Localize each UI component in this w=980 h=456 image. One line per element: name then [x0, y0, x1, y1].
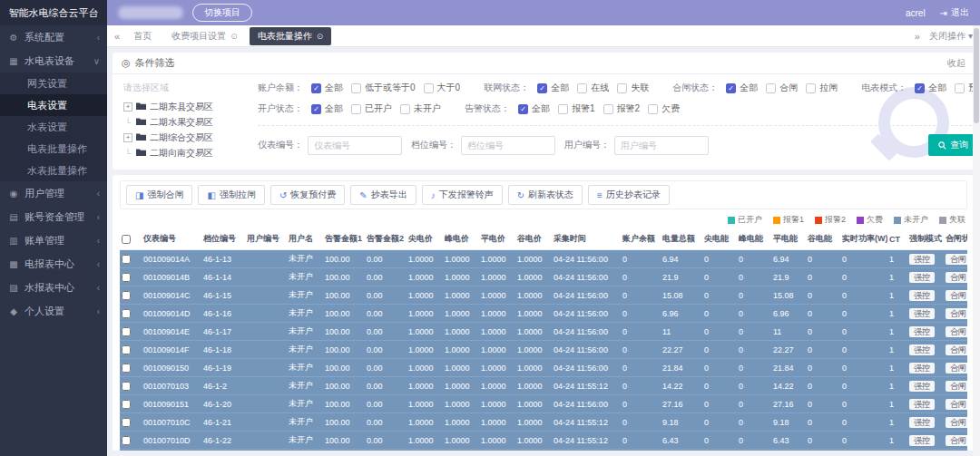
- window-scrollbar[interactable]: [973, 25, 980, 456]
- filter-option-报警2[interactable]: 报警2: [603, 102, 641, 115]
- tree-node-二期向南交易区[interactable]: └二期向南交易区: [123, 145, 240, 160]
- row-checkbox[interactable]: [122, 327, 131, 336]
- switch-project-button[interactable]: 切换项目: [192, 4, 252, 22]
- history-reading-button[interactable]: ≡历史抄表记录: [588, 185, 670, 205]
- scrollbar-thumb[interactable]: [974, 28, 979, 123]
- checkbox-icon[interactable]: ✓: [311, 83, 321, 93]
- filter-option-全部[interactable]: ✓全部: [726, 82, 758, 94]
- filter-option-已开户[interactable]: 已开户: [351, 102, 392, 115]
- table-row[interactable]: 001009014F46-1-18未开户100.000.001.00001.00…: [120, 341, 967, 359]
- table-row[interactable]: 001009014C46-1-15未开户100.000.001.00001.00…: [120, 286, 967, 305]
- sidebar-item-账单管理[interactable]: ▥账单管理‹: [0, 228, 107, 252]
- table-row[interactable]: 001007010346-1-2未开户100.000.001.00001.000…: [120, 377, 967, 395]
- username[interactable]: acrel: [906, 8, 926, 18]
- collapse-filter-button[interactable]: 收起: [947, 57, 965, 70]
- row-checkbox[interactable]: [122, 436, 131, 445]
- sidebar-item-账号资金管理[interactable]: ▤账号资金管理‹: [0, 205, 107, 228]
- refresh-meter-status-button[interactable]: ↻刷新表状态: [508, 185, 583, 205]
- checkbox-icon[interactable]: [955, 83, 965, 93]
- sidebar-subitem-水表批量操作[interactable]: 水表批量操作: [0, 160, 107, 181]
- select-all-checkbox[interactable]: [122, 235, 131, 244]
- close-operations-dropdown[interactable]: 关闭操作 ▾: [929, 30, 973, 43]
- tree-node-二期东县交易区[interactable]: +二期东县交易区: [123, 99, 240, 114]
- filter-option-全部[interactable]: ✓全部: [311, 82, 343, 94]
- checkbox-icon[interactable]: [617, 83, 627, 93]
- tab-电表批量操作[interactable]: 电表批量操作⊙: [250, 27, 332, 45]
- sidebar-item-系统配置[interactable]: ⚙系统配置‹: [0, 25, 107, 49]
- row-checkbox[interactable]: [122, 309, 131, 318]
- table-row[interactable]: 001009015146-1-20未开户100.000.001.00001.00…: [120, 395, 967, 413]
- filter-option-报警1[interactable]: 报警1: [558, 102, 595, 115]
- table-row[interactable]: 001009014B46-1-14未开户100.000.001.00001.00…: [120, 268, 967, 286]
- filter-option-大于0[interactable]: 大于0: [424, 82, 461, 94]
- row-checkbox[interactable]: [122, 255, 131, 264]
- table-row[interactable]: 001009014D46-1-16未开户100.000.001.00001.00…: [120, 305, 967, 323]
- sidebar-item-用户管理[interactable]: ◉用户管理‹: [0, 181, 107, 205]
- sidebar-subitem-水表设置[interactable]: 水表设置: [0, 116, 107, 138]
- filter-option-全部[interactable]: ✓全部: [915, 82, 946, 94]
- checkbox-icon[interactable]: [400, 104, 410, 114]
- row-checkbox[interactable]: [122, 400, 131, 409]
- checkbox-icon[interactable]: [351, 83, 361, 93]
- row-checkbox[interactable]: [122, 345, 131, 354]
- row-checkbox[interactable]: [122, 291, 131, 300]
- sidebar-subitem-电表批量操作[interactable]: 电表批量操作: [0, 138, 107, 160]
- table-row[interactable]: 001009014A46-1-13未开户100.000.001.00001.00…: [120, 250, 967, 268]
- checkbox-icon[interactable]: [766, 83, 776, 93]
- tab-收费项目设置[interactable]: 收费项目设置⊙: [163, 27, 246, 45]
- tabs-scroll-right-icon[interactable]: »: [915, 31, 920, 42]
- table-row[interactable]: 001007010D46-1-22未开户100.000.001.00001.00…: [120, 432, 967, 450]
- sidebar-subitem-网关设置[interactable]: 网关设置: [0, 73, 107, 94]
- filter-option-在线[interactable]: 在线: [577, 82, 609, 94]
- tabs-scroll-left-icon[interactable]: «: [114, 31, 120, 42]
- filter-option-全部[interactable]: ✓全部: [537, 82, 569, 94]
- tab-close-icon[interactable]: ⊙: [230, 32, 238, 41]
- row-checkbox[interactable]: [122, 273, 131, 282]
- filter-option-欠费[interactable]: 欠费: [648, 102, 680, 115]
- sidebar-item-水电表设备[interactable]: ▦水电表设备∨: [0, 49, 107, 73]
- restore-prepaid-button[interactable]: ↺恢复预付费: [270, 185, 345, 205]
- checkbox-icon[interactable]: ✓: [311, 104, 321, 114]
- checkbox-icon[interactable]: [603, 104, 613, 114]
- checkbox-icon[interactable]: [558, 104, 568, 114]
- checkbox-icon[interactable]: [806, 83, 816, 93]
- row-checkbox[interactable]: [122, 382, 131, 391]
- filter-option-全部[interactable]: ✓全部: [311, 102, 343, 115]
- sidebar-item-电报表中心[interactable]: ▩电报表中心‹: [0, 252, 107, 276]
- checkbox-icon[interactable]: ✓: [537, 83, 547, 93]
- search-input-用户编号[interactable]: [614, 136, 709, 155]
- checkbox-icon[interactable]: ✓: [518, 104, 528, 114]
- query-button[interactable]: 查询: [928, 134, 975, 156]
- meter-reading-export-button[interactable]: ✎抄表导出: [350, 185, 416, 205]
- filter-option-未开户[interactable]: 未开户: [400, 102, 441, 115]
- filter-option-合闸[interactable]: 合闸: [766, 82, 798, 94]
- table-row[interactable]: 001009014E46-1-17未开户100.000.001.00001.00…: [120, 323, 967, 341]
- table-row[interactable]: 001007010C46-1-21未开户100.000.001.00001.00…: [120, 413, 967, 432]
- tab-close-icon[interactable]: ⊙: [317, 32, 324, 41]
- send-alarm-ring-button[interactable]: ♪下发报警铃声: [422, 185, 503, 205]
- checkbox-icon[interactable]: [577, 83, 587, 93]
- tree-node-二期综合交易区[interactable]: +二期综合交易区: [123, 130, 240, 145]
- checkbox-icon[interactable]: ✓: [915, 83, 925, 93]
- checkbox-icon[interactable]: [424, 83, 434, 93]
- filter-option-全部[interactable]: ✓全部: [518, 102, 550, 115]
- checkbox-icon[interactable]: ✓: [726, 83, 736, 93]
- tab-首页[interactable]: 首页: [125, 27, 160, 45]
- row-checkbox[interactable]: [122, 418, 131, 427]
- force-open-gate-button[interactable]: ◧强制拉闸: [198, 185, 264, 205]
- filter-option-预付费模式[interactable]: 预付费模式: [955, 82, 975, 94]
- search-input-档位编号[interactable]: [461, 136, 555, 155]
- sidebar-subitem-电表设置[interactable]: 电表设置: [0, 94, 107, 116]
- sidebar-item-个人设置[interactable]: ◆个人设置‹: [0, 299, 107, 323]
- tree-expander-icon[interactable]: +: [123, 102, 132, 112]
- tree-expander-icon[interactable]: +: [123, 133, 132, 142]
- search-input-仪表编号[interactable]: [308, 136, 402, 155]
- force-close-gate-button[interactable]: ◨强制合闸: [126, 185, 192, 205]
- row-checkbox[interactable]: [122, 364, 131, 373]
- filter-option-失联[interactable]: 失联: [617, 82, 649, 94]
- checkbox-icon[interactable]: [648, 104, 658, 114]
- table-row[interactable]: 001009015046-1-19未开户100.000.001.00001.00…: [120, 359, 967, 377]
- table-row[interactable]: 001007020E46-1-23未开户100.000.001.00001.00…: [120, 450, 967, 451]
- filter-option-低于或等于0[interactable]: 低于或等于0: [351, 82, 416, 94]
- checkbox-icon[interactable]: [351, 104, 361, 114]
